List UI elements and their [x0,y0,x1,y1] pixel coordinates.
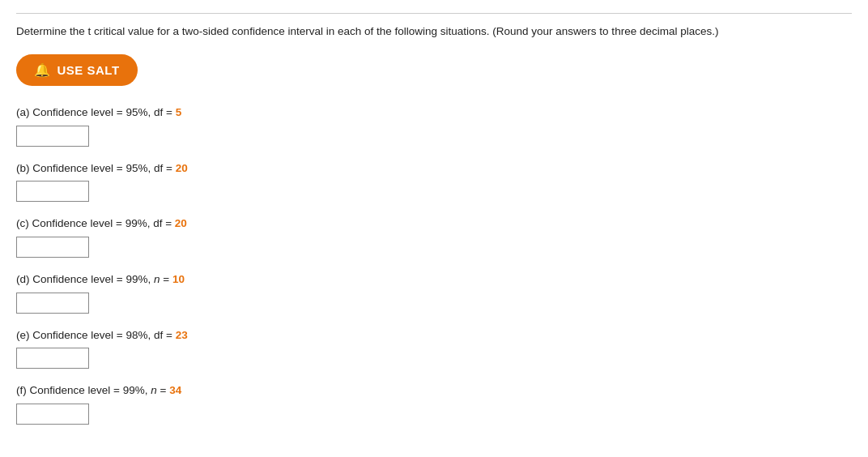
problem-d: (d) Confidence level = 99%, n = 10 [16,271,852,314]
problem-d-highlight: 10 [172,273,185,285]
problem-b-label: (b) Confidence level = 95%, df = 20 [16,160,852,177]
problem-c-text: (c) Confidence level = 99%, df = [16,217,175,229]
problems-container: (a) Confidence level = 95%, df = 5 (b) C… [16,104,852,438]
problem-e-text: (e) Confidence level = 98%, df = [16,329,176,341]
problem-b-highlight: 20 [176,162,188,174]
use-salt-button[interactable]: 🔔 USE SALT [16,54,138,86]
problem-a-input[interactable] [16,126,89,147]
problem-a-label: (a) Confidence level = 95%, df = 5 [16,104,852,122]
problem-e-label: (e) Confidence level = 98%, df = 23 [16,327,852,344]
problem-e-highlight: 23 [176,329,188,341]
problem-d-text: (d) Confidence level = 99%, n = [16,273,172,285]
problem-b-text: (b) Confidence level = 95%, df = [16,162,176,174]
problem-f-text: (f) Confidence level = 99%, n = [16,384,169,396]
salt-icon: 🔔 [34,62,51,78]
problem-f: (f) Confidence level = 99%, n = 34 [16,382,852,425]
problem-a-text: (a) Confidence level = 95%, df = [16,106,176,118]
problem-f-input[interactable] [16,404,89,425]
problem-a: (a) Confidence level = 95%, df = 5 [16,104,852,147]
problem-c-highlight: 20 [175,217,187,229]
problem-c-input[interactable] [16,237,89,258]
problem-d-label: (d) Confidence level = 99%, n = 10 [16,271,852,288]
problem-f-highlight: 34 [169,384,181,396]
problem-d-input[interactable] [16,293,89,314]
problem-e: (e) Confidence level = 98%, df = 23 [16,327,852,369]
problem-f-label: (f) Confidence level = 99%, n = 34 [16,382,852,399]
problem-c-label: (c) Confidence level = 99%, df = 20 [16,215,852,233]
instruction-text: Determine the t critical value for a two… [16,23,852,40]
problem-c: (c) Confidence level = 99%, df = 20 [16,215,852,258]
problem-b-input[interactable] [16,181,89,202]
problem-e-input[interactable] [16,348,89,369]
salt-button-label: USE SALT [57,63,120,77]
problem-b: (b) Confidence level = 95%, df = 20 [16,160,852,203]
problem-a-highlight: 5 [176,106,182,118]
